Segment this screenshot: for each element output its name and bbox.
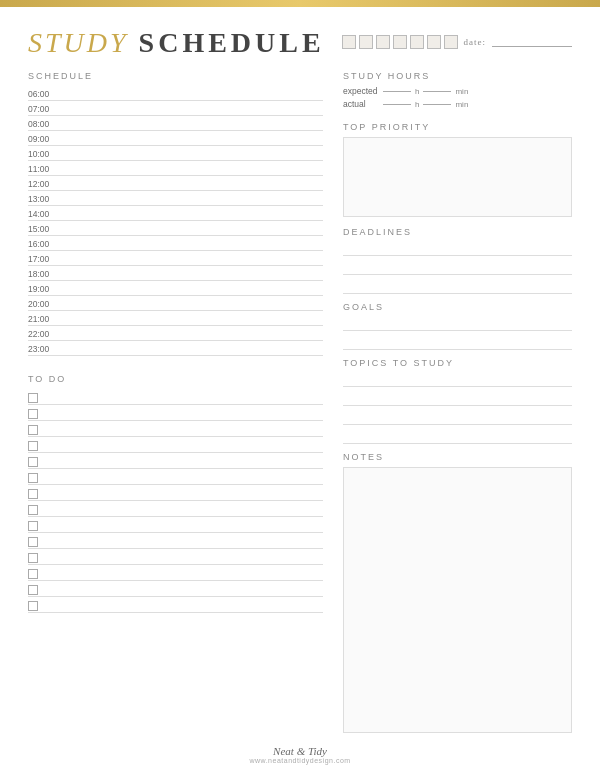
schedule-list: 06:00 07:00 08:00 09:00 10:00 11:00 12:0… [28, 86, 323, 356]
content-columns: SCHEDULE 06:00 07:00 08:00 09:00 10:00 1… [28, 71, 572, 733]
day-box-7[interactable] [444, 35, 458, 49]
schedule-item-0700[interactable]: 07:00 [28, 101, 323, 116]
todo-item-10[interactable] [28, 533, 323, 549]
time-1800: 18:00 [28, 269, 58, 279]
expected-label: expected [343, 86, 379, 96]
todo-item-12[interactable] [28, 565, 323, 581]
todo-item-11[interactable] [28, 549, 323, 565]
todo-item-6[interactable] [28, 469, 323, 485]
todo-checkbox-10[interactable] [28, 537, 38, 547]
schedule-item-1600[interactable]: 16:00 [28, 236, 323, 251]
todo-checkbox-4[interactable] [28, 441, 38, 451]
schedule-item-1300[interactable]: 13:00 [28, 191, 323, 206]
day-boxes [342, 35, 458, 49]
expected-h-input[interactable] [383, 91, 411, 92]
day-box-2[interactable] [359, 35, 373, 49]
notes-box[interactable] [343, 467, 572, 733]
todo-checkbox-8[interactable] [28, 505, 38, 515]
schedule-item-2000[interactable]: 20:00 [28, 296, 323, 311]
todo-item-3[interactable] [28, 421, 323, 437]
topics-line-3[interactable] [343, 411, 572, 425]
day-box-1[interactable] [342, 35, 356, 49]
schedule-item-1000[interactable]: 10:00 [28, 146, 323, 161]
deadline-line-1[interactable] [343, 242, 572, 256]
schedule-item-2300[interactable]: 23:00 [28, 341, 323, 356]
todo-checkbox-7[interactable] [28, 489, 38, 499]
schedule-item-1500[interactable]: 15:00 [28, 221, 323, 236]
todo-checkbox-12[interactable] [28, 569, 38, 579]
footer-url: www.neatandtidydesign.com [28, 757, 572, 764]
schedule-item-0900[interactable]: 09:00 [28, 131, 323, 146]
topics-line-4[interactable] [343, 430, 572, 444]
topics-lines [343, 373, 572, 444]
actual-h-input[interactable] [383, 104, 411, 105]
topics-line-1[interactable] [343, 373, 572, 387]
schedule-item-1200[interactable]: 12:00 [28, 176, 323, 191]
schedule-line-1800 [58, 274, 323, 275]
todo-checkbox-14[interactable] [28, 601, 38, 611]
day-box-4[interactable] [393, 35, 407, 49]
day-box-5[interactable] [410, 35, 424, 49]
todo-item-4[interactable] [28, 437, 323, 453]
todo-line-7 [43, 494, 323, 495]
deadline-line-3[interactable] [343, 280, 572, 294]
schedule-line-1500 [58, 229, 323, 230]
day-box-6[interactable] [427, 35, 441, 49]
schedule-line-2100 [58, 319, 323, 320]
todo-checkbox-9[interactable] [28, 521, 38, 531]
time-1500: 15:00 [28, 224, 58, 234]
schedule-item-1700[interactable]: 17:00 [28, 251, 323, 266]
topics-line-2[interactable] [343, 392, 572, 406]
date-input-line[interactable] [492, 37, 572, 47]
todo-checkbox-1[interactable] [28, 393, 38, 403]
right-column: STUDY HOURS expected h min actual h min … [343, 71, 572, 733]
date-row: date: [342, 35, 573, 49]
todo-checkbox-3[interactable] [28, 425, 38, 435]
deadline-line-2[interactable] [343, 261, 572, 275]
schedule-item-2200[interactable]: 22:00 [28, 326, 323, 341]
time-0700: 07:00 [28, 104, 58, 114]
todo-checkbox-5[interactable] [28, 457, 38, 467]
todo-item-5[interactable] [28, 453, 323, 469]
todo-item-9[interactable] [28, 517, 323, 533]
expected-row: expected h min [343, 86, 572, 96]
schedule-line-0700 [58, 109, 323, 110]
goals-line-1[interactable] [343, 317, 572, 331]
todo-checkbox-11[interactable] [28, 553, 38, 563]
todo-line-2 [43, 414, 323, 415]
todo-checkbox-13[interactable] [28, 585, 38, 595]
todo-line-6 [43, 478, 323, 479]
top-priority-box[interactable] [343, 137, 572, 217]
todo-item-14[interactable] [28, 597, 323, 613]
schedule-item-1800[interactable]: 18:00 [28, 266, 323, 281]
goals-lines [343, 317, 572, 350]
time-2000: 20:00 [28, 299, 58, 309]
day-box-3[interactable] [376, 35, 390, 49]
schedule-item-1400[interactable]: 14:00 [28, 206, 323, 221]
schedule-item-2100[interactable]: 21:00 [28, 311, 323, 326]
todo-line-3 [43, 430, 323, 431]
todo-item-1[interactable] [28, 389, 323, 405]
expected-min-input[interactable] [423, 91, 451, 92]
todo-item-7[interactable] [28, 485, 323, 501]
todo-item-8[interactable] [28, 501, 323, 517]
actual-h-unit: h [415, 100, 419, 109]
schedule-item-1900[interactable]: 19:00 [28, 281, 323, 296]
actual-min-input[interactable] [423, 104, 451, 105]
todo-checkbox-6[interactable] [28, 473, 38, 483]
time-0800: 08:00 [28, 119, 58, 129]
todo-item-13[interactable] [28, 581, 323, 597]
schedule-line-1700 [58, 259, 323, 260]
goals-section: GOALS [343, 302, 572, 350]
schedule-line-1600 [58, 244, 323, 245]
todo-label: TO DO [28, 374, 323, 384]
todo-item-2[interactable] [28, 405, 323, 421]
schedule-line-0600 [58, 94, 323, 95]
time-0900: 09:00 [28, 134, 58, 144]
todo-checkbox-2[interactable] [28, 409, 38, 419]
schedule-item-1100[interactable]: 11:00 [28, 161, 323, 176]
study-hours-section: STUDY HOURS expected h min actual h min [343, 71, 572, 112]
schedule-item-0800[interactable]: 08:00 [28, 116, 323, 131]
schedule-item-0600[interactable]: 06:00 [28, 86, 323, 101]
goals-line-2[interactable] [343, 336, 572, 350]
